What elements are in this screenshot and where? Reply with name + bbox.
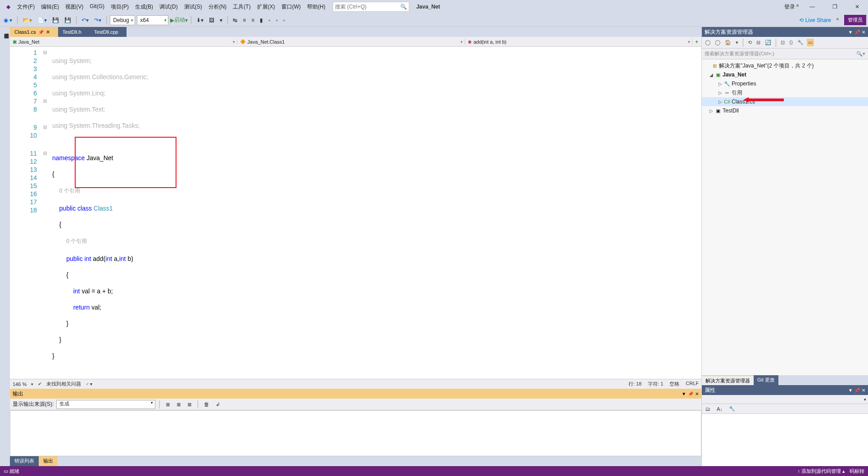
tool-btn-4[interactable]: ▫	[274, 16, 280, 24]
toolbox-tab[interactable]: 工具箱	[0, 30, 0, 466]
tab-testdll-h[interactable]: TestDll.h	[58, 27, 90, 37]
prop-cat-button[interactable]: 🗂	[704, 405, 712, 413]
platform-select[interactable]: x64	[137, 15, 168, 25]
solution-search[interactable]: 搜索解决方案资源管理器(Ctrl+;)🔍▾	[702, 49, 868, 59]
redo-button[interactable]: ↷▾	[92, 16, 103, 24]
menu-window[interactable]: 窗口(W)	[279, 1, 303, 13]
menu-test[interactable]: 测试(S)	[181, 1, 205, 13]
pin-icon[interactable]: 📌	[38, 30, 44, 35]
nav-member[interactable]: ◉add(int a, int b)	[465, 39, 692, 45]
sol-back[interactable]: ◯	[704, 39, 712, 46]
tree-project-testdll[interactable]: ▷▣TestDll	[702, 106, 868, 115]
indent-mode[interactable]: 空格	[669, 381, 679, 387]
minimize-button[interactable]: —	[803, 4, 821, 10]
tab-testdll-cpp[interactable]: TestDll.cpp	[90, 27, 127, 37]
start-debug-button[interactable]: ▶ 启动 ▾	[170, 16, 188, 24]
feedback-icon[interactable]: ᴿ	[835, 16, 841, 24]
sol-fwd[interactable]: ◯	[714, 39, 722, 46]
menu-project[interactable]: 项目(P)	[108, 1, 131, 13]
sol-refresh[interactable]: 🔄	[764, 39, 773, 46]
tree-references[interactable]: ▷▫▫引用	[702, 88, 868, 97]
tab-git-changes[interactable]: Git 更改	[754, 375, 778, 385]
dropdown-icon[interactable]: ▼	[682, 391, 686, 396]
dropdown-icon[interactable]: ▼	[848, 30, 853, 35]
save-button[interactable]: 💾	[50, 16, 61, 24]
status-add-source[interactable]: ↑ 添加到源代码管理 ▴	[797, 468, 845, 475]
nav-project[interactable]: ▣Java_Net	[10, 39, 237, 45]
menu-file[interactable]: 文件(F)	[14, 1, 37, 13]
menu-git[interactable]: Git(G)	[87, 1, 107, 13]
undo-button[interactable]: ↶▾	[80, 16, 90, 24]
close-button[interactable]: ✕	[848, 4, 866, 10]
liveshare-button[interactable]: ⟲ Live Share	[799, 17, 831, 23]
menu-extensions[interactable]: 扩展(X)	[254, 1, 278, 13]
sol-showall[interactable]: ⊡	[779, 39, 786, 46]
zoom-level[interactable]: 146 %	[13, 382, 27, 387]
close-tab-icon[interactable]: ✕	[46, 29, 50, 35]
pin-icon[interactable]: 📌	[854, 30, 860, 35]
save-all-button[interactable]: 💾	[63, 16, 73, 24]
nav-add-button[interactable]: ＋	[692, 38, 701, 45]
out-btn-3[interactable]: ≣	[185, 400, 194, 409]
sol-sync[interactable]: ⟲	[746, 39, 753, 46]
out-btn-2[interactable]: ≣	[175, 400, 183, 409]
config-select[interactable]: Debug	[110, 15, 135, 25]
issues-text[interactable]: 未找到相关问题	[46, 381, 81, 387]
sol-save[interactable]: ▾	[734, 39, 740, 46]
menu-help[interactable]: 帮助(H)	[304, 1, 328, 13]
nav-back-button[interactable]: ◉ ▾	[2, 16, 14, 24]
tab-class1[interactable]: Class1.cs 📌 ✕	[10, 27, 58, 37]
open-file-button[interactable]: 📄▾	[36, 16, 49, 24]
tool-btn-5[interactable]: ▫	[281, 16, 287, 24]
menu-tools[interactable]: 工具(T)	[230, 1, 253, 13]
tab-solution-explorer[interactable]: 解决方案资源管理器	[702, 375, 754, 385]
maximize-button[interactable]: ❐	[826, 4, 844, 10]
prop-page-button[interactable]: 🔧	[727, 405, 737, 413]
output-source-select[interactable]: 生成	[56, 400, 155, 409]
bookmark-btn[interactable]: ▮	[258, 16, 265, 24]
tree-solution[interactable]: ⊞解决方案"Java_Net"(2 个项目，共 2 个)	[702, 61, 868, 70]
menu-build[interactable]: 生成(B)	[132, 1, 156, 13]
uncomment-btn[interactable]: ≡	[249, 16, 256, 24]
tree-properties[interactable]: ▷🔧Properties	[702, 79, 868, 88]
eol-mode[interactable]: CRLF	[686, 381, 699, 387]
sol-prop[interactable]: ⟨⟩	[788, 39, 794, 46]
comment-btn[interactable]: ≡	[241, 16, 248, 24]
close-icon[interactable]: ✕	[862, 30, 865, 35]
tab-error-list[interactable]: 错误列表	[10, 456, 39, 466]
server-explorer-tab[interactable]: 服务器资源管理器	[3, 30, 10, 466]
tree-class1[interactable]: ▷C#Class1.cs	[702, 97, 868, 106]
sol-collapse[interactable]: ⊟	[755, 39, 762, 46]
tree-project-java[interactable]: ◢▣Java_Net	[702, 70, 868, 79]
menu-edit[interactable]: 编辑(E)	[38, 1, 62, 13]
signin-link[interactable]: 登录 ᴿ	[784, 3, 799, 11]
tool-btn-2[interactable]: ▾	[218, 16, 224, 24]
out-btn-1[interactable]: ≣	[164, 400, 172, 409]
menu-debug[interactable]: 调试(D)	[157, 1, 181, 13]
prop-az-button[interactable]: A↓	[715, 405, 724, 413]
sol-home[interactable]: 🏠	[723, 39, 732, 46]
tool-btn-3[interactable]: ▫	[267, 16, 272, 24]
sol-view[interactable]: ▭	[807, 39, 814, 46]
tab-output[interactable]: 输出	[39, 456, 58, 466]
out-clear-button[interactable]: 🗑	[202, 400, 211, 409]
output-body[interactable]	[10, 410, 701, 456]
new-project-button[interactable]: 📂▾	[21, 16, 34, 24]
status-repo[interactable]: 码标转	[850, 468, 864, 475]
quick-search[interactable]: 搜索 (Ctrl+Q) 🔍	[333, 2, 409, 12]
code-editor[interactable]: 123 456 789 101112 131415 161718 ⊟ ⊟⊟ ⊟ …	[10, 47, 701, 379]
close-icon[interactable]: ✕	[695, 391, 699, 396]
step-button[interactable]: ⬇▾	[194, 16, 205, 24]
nav-type[interactable]: 🔶Java_Net.Class1	[237, 39, 465, 45]
caret-line: 行: 18	[628, 381, 642, 387]
menu-analyze[interactable]: 分析(N)	[206, 1, 230, 13]
menu-view[interactable]: 视图(V)	[63, 1, 86, 13]
code-area[interactable]: using System; using System.Collections.G…	[50, 47, 701, 379]
properties-body[interactable]	[702, 414, 868, 466]
search-icon: 🔍	[400, 4, 407, 10]
pin-icon[interactable]: 📌	[688, 391, 693, 396]
out-wrap-button[interactable]: ↲	[214, 400, 222, 409]
tool-btn-1[interactable]: 🖼	[207, 16, 216, 24]
sol-preview[interactable]: 🔧	[796, 39, 805, 46]
indent-btn[interactable]: ↹	[231, 16, 239, 24]
